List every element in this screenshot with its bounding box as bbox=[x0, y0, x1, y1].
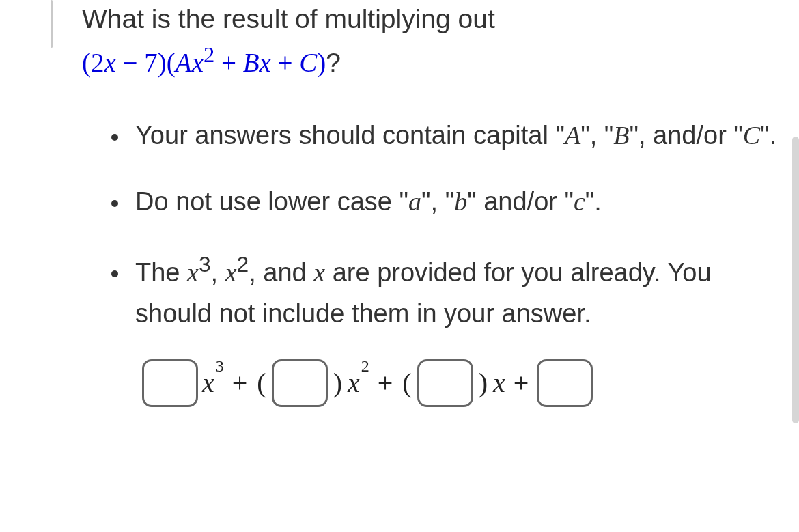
instr2-t4: ". bbox=[585, 187, 602, 216]
expr-close: ) bbox=[317, 48, 326, 77]
question-mark: ? bbox=[326, 48, 341, 77]
instruction-1: Your answers should contain capital "A",… bbox=[130, 115, 779, 156]
instruction-2: Do not use lower case "a", "b" and/or "c… bbox=[130, 181, 779, 223]
rparen-2: ) bbox=[477, 367, 489, 399]
instr1-B: B bbox=[613, 121, 629, 150]
coeff-x3-input[interactable] bbox=[142, 359, 198, 407]
instr2-t2: ", " bbox=[421, 187, 454, 216]
answer-row: x 3 + ( ) x 2 + ( ) x + bbox=[82, 359, 779, 407]
instr1-t3: ", and/or " bbox=[629, 121, 742, 150]
instr1-t4: ". bbox=[760, 121, 776, 150]
expr-C: C bbox=[299, 48, 317, 77]
expr-plus1: + bbox=[214, 48, 243, 77]
constant-input[interactable] bbox=[537, 359, 593, 407]
instruction-list: Your answers should contain capital "A",… bbox=[82, 115, 779, 335]
rparen-1: ) bbox=[332, 367, 344, 399]
instr1-t2: ", " bbox=[580, 121, 613, 150]
expr-open: (2 bbox=[82, 48, 104, 77]
instr2-c: c bbox=[574, 187, 585, 216]
plus-3: + bbox=[509, 367, 533, 399]
expr-B: B bbox=[243, 48, 260, 77]
expr-mid: − 7)( bbox=[116, 48, 176, 77]
term-x3: x 3 bbox=[202, 367, 224, 399]
instr1-t1: Your answers should contain capital " bbox=[135, 121, 565, 150]
instr1-C: C bbox=[743, 121, 760, 150]
coeff-x1-input[interactable] bbox=[417, 359, 473, 407]
term-x2-sup: 2 bbox=[361, 357, 369, 376]
instr3-x3: x bbox=[187, 257, 199, 286]
expr-x2: x bbox=[192, 48, 204, 77]
expr-x1: x bbox=[104, 48, 116, 77]
instr3-c1: , bbox=[211, 257, 225, 286]
instr2-t3: " and/or " bbox=[467, 187, 574, 216]
question-prompt: What is the result of multiplying out (2… bbox=[82, 0, 779, 82]
term-x2: x 2 bbox=[348, 367, 369, 399]
instr3-x2-sup: 2 bbox=[237, 252, 249, 277]
term-x3-base: x bbox=[202, 367, 214, 399]
expr-A: A bbox=[176, 48, 192, 77]
instr3-x3-sup: 3 bbox=[199, 252, 211, 277]
expr-sup2: 2 bbox=[204, 42, 214, 67]
term-x1-base: x bbox=[493, 367, 505, 399]
term-x3-sup: 3 bbox=[216, 357, 224, 376]
instr1-A: A bbox=[565, 121, 580, 150]
instr2-t1: Do not use lower case " bbox=[135, 187, 408, 216]
instr2-b: b bbox=[454, 187, 467, 216]
instr2-a: a bbox=[408, 187, 421, 216]
instr3-t1: The bbox=[135, 257, 187, 286]
plus-1: + bbox=[228, 367, 252, 399]
term-x2-base: x bbox=[348, 367, 360, 399]
left-border-accent bbox=[51, 0, 53, 48]
coeff-x2-input[interactable] bbox=[272, 359, 328, 407]
question-expression: (2x − 7)(Ax2 + Bx + C) bbox=[82, 48, 326, 77]
instr3-x2: x bbox=[225, 257, 237, 286]
scrollbar-thumb[interactable] bbox=[792, 137, 799, 423]
question-line1: What is the result of multiplying out bbox=[82, 4, 495, 33]
problem-card: What is the result of multiplying out (2… bbox=[0, 0, 799, 532]
term-x1: x bbox=[493, 367, 505, 399]
instruction-3: The x3, x2, and x are provided for you a… bbox=[130, 247, 779, 335]
expr-plus2: + bbox=[271, 48, 300, 77]
lparen-2: ( bbox=[401, 367, 412, 399]
plus-2: + bbox=[374, 367, 397, 399]
lparen-1: ( bbox=[255, 367, 267, 399]
instr3-x1: x bbox=[313, 257, 325, 286]
content-area: What is the result of multiplying out (2… bbox=[82, 0, 779, 407]
expr-x3: x bbox=[260, 48, 271, 77]
instr3-c2: , and bbox=[249, 257, 313, 286]
